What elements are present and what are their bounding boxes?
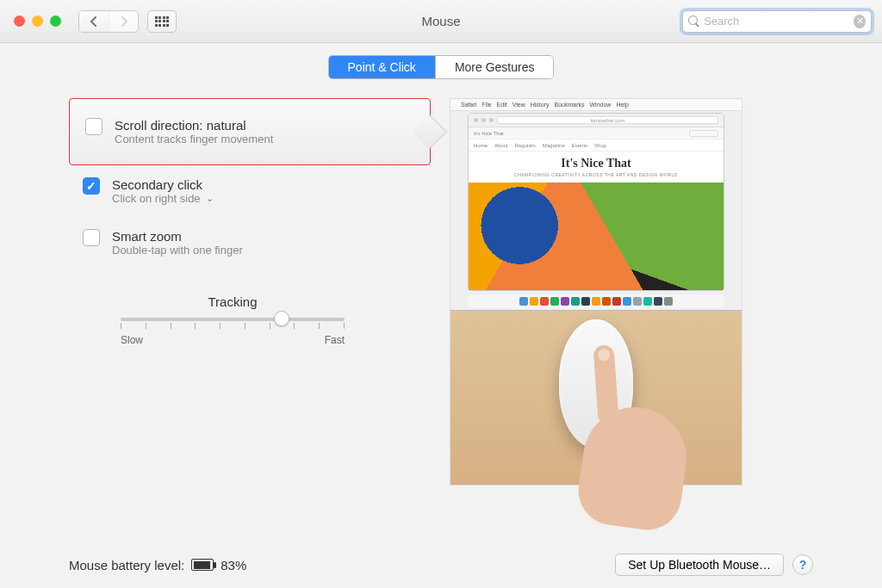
search-field-wrap[interactable]: ✕	[682, 10, 872, 33]
preferences-panel: Point & Click More Gestures Scroll direc…	[0, 43, 882, 588]
preview-column: Safari File Edit View History Bookmarks …	[450, 98, 813, 486]
help-button[interactable]: ?	[792, 554, 813, 575]
gesture-preview: Safari File Edit View History Bookmarks …	[450, 98, 742, 486]
preview-browser-window: itsnicethat.com It's Nice That Home Abou…	[468, 113, 724, 291]
tracking-slow-label: Slow	[121, 334, 143, 346]
scroll-direction-checkbox[interactable]	[85, 118, 102, 135]
preview-menubar: Safari File Edit View History Bookmarks …	[450, 99, 742, 111]
battery-percent: 83%	[220, 558, 246, 573]
show-all-button[interactable]	[147, 10, 177, 33]
setup-bluetooth-mouse-button[interactable]: Set Up Bluetooth Mouse…	[615, 554, 784, 576]
tracking-label: Tracking	[121, 294, 345, 309]
tracking-slider[interactable]	[121, 318, 345, 321]
grid-icon	[155, 16, 170, 27]
forward-button[interactable]	[109, 11, 138, 32]
back-button[interactable]	[79, 11, 109, 32]
option-scroll-direction[interactable]: Scroll direction: natural Content tracks…	[69, 98, 431, 165]
preview-site-title: It's Nice That	[472, 157, 720, 170]
scroll-direction-subtitle: Content tracks finger movement	[115, 133, 273, 145]
secondary-click-title: Secondary click	[112, 177, 214, 192]
tab-more-gestures[interactable]: More Gestures	[435, 56, 554, 78]
zoom-window-button[interactable]	[50, 15, 61, 27]
secondary-click-subtitle: Click on right side	[112, 192, 201, 205]
preview-app-name: Safari	[461, 102, 476, 108]
close-window-button[interactable]	[14, 15, 25, 27]
minimize-window-button[interactable]	[32, 15, 43, 27]
smart-zoom-title: Smart zoom	[112, 229, 243, 244]
tab-bar: Point & Click More Gestures	[0, 55, 882, 79]
battery-icon	[191, 559, 214, 571]
chevron-left-icon	[90, 16, 98, 27]
smart-zoom-subtitle: Double-tap with one finger	[112, 244, 243, 257]
secondary-click-checkbox[interactable]	[83, 177, 100, 195]
footer: Mouse battery level: 83% Set Up Bluetoot…	[0, 543, 882, 588]
window-controls	[14, 15, 61, 27]
tracking-slider-knob[interactable]	[274, 311, 289, 326]
battery-label: Mouse battery level:	[69, 558, 184, 573]
chevron-down-icon[interactable]: ⌄	[206, 193, 214, 204]
titlebar: Mouse ✕	[0, 0, 882, 43]
preview-site-subtitle: CHAMPIONING CREATIVITY ACROSS THE ART AN…	[472, 172, 720, 177]
nav-segment	[78, 10, 139, 33]
tracking-fast-label: Fast	[325, 334, 345, 346]
tab-point-and-click[interactable]: Point & Click	[329, 56, 435, 78]
smart-zoom-checkbox[interactable]	[83, 229, 100, 246]
options-column: Scroll direction: natural Content tracks…	[69, 98, 431, 486]
preview-dock	[468, 294, 724, 308]
tracking-ticks	[121, 323, 345, 329]
preview-address-bar: itsnicethat.com	[497, 116, 718, 124]
option-secondary-click[interactable]: Secondary click Click on right side ⌄	[69, 165, 431, 217]
tracking-section: Tracking Slow Fast	[121, 294, 345, 346]
preview-screen: Safari File Edit View History Bookmarks …	[450, 99, 742, 311]
option-smart-zoom[interactable]: Smart zoom Double-tap with one finger	[69, 217, 431, 269]
clear-search-button[interactable]: ✕	[854, 15, 866, 28]
chevron-right-icon	[120, 16, 128, 27]
preview-hand-icon	[565, 338, 677, 493]
search-input[interactable]	[704, 15, 848, 28]
search-icon	[688, 15, 699, 28]
scroll-direction-title: Scroll direction: natural	[115, 118, 273, 133]
preview-artwork	[469, 183, 724, 290]
preview-tab-label: It's Nice That	[474, 131, 504, 136]
preview-desk	[450, 311, 742, 485]
